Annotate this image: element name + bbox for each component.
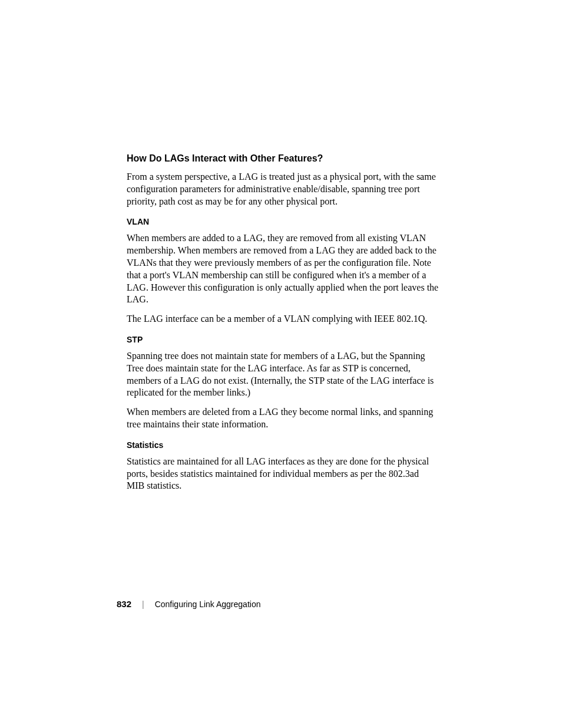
vlan-heading: VLAN: [127, 217, 439, 226]
footer-chapter-title: Configuring Link Aggregation: [155, 599, 261, 609]
footer-divider: |: [142, 599, 144, 609]
intro-paragraph: From a system perspective, a LAG is trea…: [127, 171, 439, 207]
stp-paragraph-2: When members are deleted from a LAG they…: [127, 406, 439, 431]
vlan-paragraph-1: When members are added to a LAG, they ar…: [127, 232, 439, 306]
statistics-heading: Statistics: [127, 440, 439, 450]
vlan-paragraph-2: The LAG interface can be a member of a V…: [127, 313, 439, 325]
page-content: How Do LAGs Interact with Other Features…: [127, 153, 439, 499]
stp-paragraph-1: Spanning tree does not maintain state fo…: [127, 350, 439, 399]
main-heading: How Do LAGs Interact with Other Features…: [127, 153, 439, 164]
page-footer: 832 | Configuring Link Aggregation: [117, 599, 260, 609]
page-number: 832: [117, 599, 131, 609]
statistics-paragraph-1: Statistics are maintained for all LAG in…: [127, 456, 439, 492]
stp-heading: STP: [127, 335, 439, 344]
